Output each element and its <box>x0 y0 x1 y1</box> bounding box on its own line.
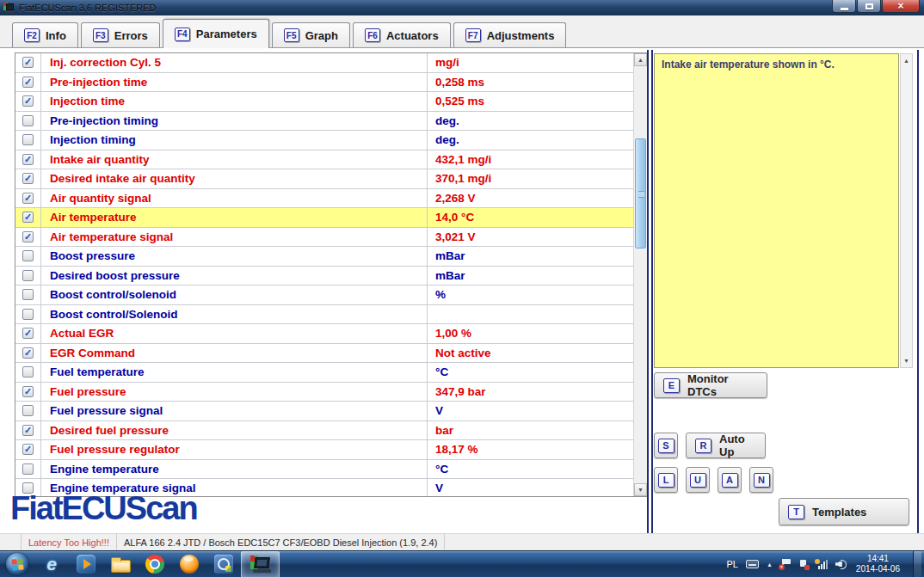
show-hidden-icons[interactable]: ▲ <box>767 562 773 568</box>
table-row[interactable]: Desired boost pressure mBar <box>15 267 633 286</box>
row-checkbox[interactable]: ✓ <box>15 383 41 402</box>
table-row[interactable]: ✓ EGR Command Not active <box>15 344 633 364</box>
checkbox-icon: ✓ <box>22 173 34 184</box>
scroll-up-icon[interactable]: ▲ <box>634 53 647 66</box>
taskbar-icon-file-explorer[interactable] <box>103 551 138 577</box>
parameter-value: 14,0 °C <box>427 208 633 227</box>
taskbar-icon-fiatecuscan-active[interactable] <box>241 551 280 577</box>
table-row[interactable]: ✓ Pre-injection time 0,258 ms <box>15 73 633 93</box>
row-checkbox[interactable]: ✓ <box>15 169 41 188</box>
table-row[interactable]: ✓ Air temperature signal 3,021 V <box>15 228 633 248</box>
table-row[interactable]: ✓ Desired fuel pressure bar <box>15 421 633 441</box>
row-checkbox[interactable]: ✓ <box>15 440 41 459</box>
row-checkbox[interactable]: ✓ <box>15 344 41 363</box>
row-checkbox[interactable] <box>15 305 41 324</box>
volume-icon[interactable] <box>835 559 848 569</box>
row-checkbox[interactable]: ✓ <box>15 324 41 343</box>
fkey-badge: F6 <box>365 28 380 42</box>
power-icon[interactable] <box>798 559 808 569</box>
tab-actuators[interactable]: F6 Actuators <box>353 22 451 47</box>
row-checkbox[interactable]: ✓ <box>15 92 41 111</box>
scroll-down-icon[interactable]: ▼ <box>901 354 912 367</box>
table-row[interactable]: ✓ Fuel pressure 347,9 bar <box>15 383 633 402</box>
start-button[interactable] <box>0 551 34 577</box>
monitor-dtcs-button[interactable]: E Monitor DTCs <box>654 372 767 398</box>
parameter-name: Boost pressure <box>41 249 427 262</box>
taskbar-icon-media-player[interactable] <box>69 551 103 577</box>
table-row[interactable]: Fuel pressure signal V <box>15 402 633 421</box>
s-button[interactable]: S <box>654 433 678 458</box>
table-row[interactable]: ✓ Actual EGR 1,00 % <box>15 324 633 344</box>
hotkey-badge: T <box>788 505 804 519</box>
row-checkbox[interactable] <box>15 112 41 131</box>
table-row[interactable]: ✓ Inj. correction Cyl. 5 mg/i <box>15 53 633 73</box>
a-button[interactable]: A <box>718 467 742 493</box>
row-checkbox[interactable] <box>15 460 41 479</box>
taskbar-icon-media-ball[interactable] <box>172 551 206 577</box>
scrollbar-thumb[interactable] <box>635 138 646 249</box>
minimize-button[interactable] <box>832 0 856 13</box>
table-row[interactable]: ✓ Intake air quantity 432,1 mg/i <box>15 150 633 170</box>
parameter-value: 370,1 mg/i <box>427 169 633 188</box>
clock-time: 14:41 <box>856 554 900 565</box>
row-checkbox[interactable] <box>15 285 41 304</box>
row-checkbox[interactable]: ✓ <box>15 150 41 169</box>
clock[interactable]: 14:41 2014-04-06 <box>856 554 900 575</box>
table-row[interactable]: Engine temperature °C <box>15 460 633 480</box>
row-checkbox[interactable] <box>15 402 41 420</box>
table-row[interactable]: ✓ Air quantity signal 2,268 V <box>15 189 633 209</box>
table-scrollbar[interactable]: ▲ ▼ <box>633 53 647 496</box>
scroll-up-icon[interactable]: ▲ <box>901 54 912 67</box>
table-row[interactable]: Boost pressure mBar <box>15 247 633 267</box>
tab-info[interactable]: F2 Info <box>12 22 78 47</box>
taskbar-icon-internet-explorer[interactable]: e <box>34 551 69 577</box>
row-checkbox[interactable]: ✓ <box>15 189 41 208</box>
row-checkbox[interactable]: ✓ <box>15 421 41 440</box>
table-row[interactable]: ✓ Injection time 0,525 ms <box>15 92 633 112</box>
table-row[interactable]: ✓ Fuel pressure regulator 18,17 % <box>15 440 633 460</box>
keyboard-icon[interactable] <box>746 560 759 568</box>
table-row[interactable]: Boost control/Solenoid <box>15 305 633 325</box>
row-checkbox[interactable]: ✓ <box>15 208 41 227</box>
language-indicator[interactable]: PL <box>726 559 737 569</box>
parameter-value: 18,17 % <box>427 440 633 459</box>
show-desktop-button[interactable] <box>913 551 921 577</box>
templates-button[interactable]: T Templates <box>779 498 909 525</box>
row-checkbox[interactable]: ✓ <box>15 228 41 247</box>
table-row[interactable]: ✓ Air temperature 14,0 °C <box>15 208 633 228</box>
row-checkbox[interactable] <box>15 267 41 285</box>
status-bar: Latency Too High!!! ALFA 166 2.4 JTD / B… <box>0 533 924 550</box>
parameter-value: mg/i <box>427 53 633 72</box>
tab-adjustments[interactable]: F7 Adjustments <box>453 22 567 47</box>
action-center-icon[interactable]: × <box>780 559 791 569</box>
maximize-button[interactable] <box>857 0 881 13</box>
close-button[interactable]: × <box>882 0 920 13</box>
row-checkbox[interactable]: ✓ <box>15 73 41 92</box>
parameter-value <box>427 305 633 324</box>
l-button[interactable]: L <box>654 467 678 493</box>
table-row[interactable]: Boost control/solenoid % <box>15 285 633 305</box>
tab-graph[interactable]: F5 Graph <box>272 22 350 47</box>
table-row[interactable]: Injection timing deg. <box>15 131 633 150</box>
row-checkbox[interactable] <box>15 131 41 150</box>
info-scrollbar[interactable]: ▲ ▼ <box>900 53 913 368</box>
row-checkbox[interactable] <box>15 363 41 382</box>
n-button[interactable]: N <box>749 467 773 493</box>
row-checkbox[interactable]: ✓ <box>15 53 41 72</box>
checkbox-icon: ✓ <box>22 347 34 359</box>
parameter-name: Injection timing <box>41 133 427 146</box>
table-row[interactable]: Fuel temperature °C <box>15 363 633 383</box>
scroll-down-icon[interactable]: ▼ <box>634 483 647 496</box>
u-button[interactable]: U <box>686 467 710 493</box>
table-row[interactable]: ✓ Desired intake air quantity 370,1 mg/i <box>15 169 633 189</box>
maximize-icon <box>865 3 873 9</box>
table-row[interactable]: Pre-injection timing deg. <box>15 112 633 132</box>
taskbar-icon-chrome[interactable] <box>138 551 172 577</box>
window-title: FiatECUScan 3.6 REGISTERED <box>19 3 157 13</box>
row-checkbox[interactable] <box>15 247 41 266</box>
tab-errors[interactable]: F3 Errors <box>81 22 160 47</box>
auto-up-button[interactable]: R Auto Up <box>686 433 766 458</box>
tab-parameters[interactable]: F4 Parameters <box>163 19 269 48</box>
taskbar-icon-scan-interface[interactable] <box>206 551 241 577</box>
network-icon[interactable] <box>816 559 828 569</box>
